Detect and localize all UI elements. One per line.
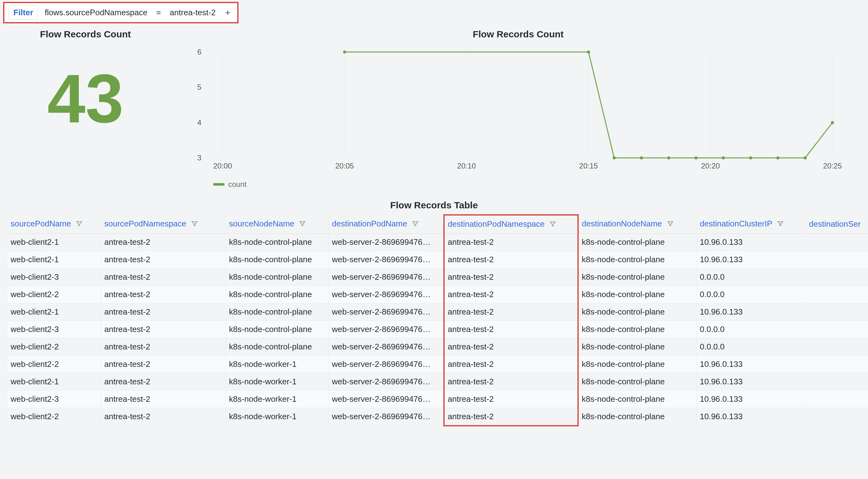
table-cell: 0.0.0.0: [696, 285, 806, 303]
filter-operator[interactable]: =: [154, 8, 163, 18]
column-header-sourcePodNamespace[interactable]: sourcePodNamespace: [101, 215, 226, 233]
svg-text:5: 5: [197, 83, 202, 91]
table-row[interactable]: web-client2-3antrea-test-2k8s-node-contr…: [7, 268, 868, 285]
filter-icon[interactable]: [549, 220, 556, 230]
svg-point-18: [613, 156, 616, 160]
chart-legend[interactable]: count: [176, 180, 861, 189]
filter-button[interactable]: Filter: [9, 6, 38, 20]
table-cell: antrea-test-2: [101, 408, 226, 426]
table-cell: antrea-test-2: [101, 303, 226, 320]
table-cell: [806, 373, 868, 390]
svg-text:20:00: 20:00: [213, 162, 232, 170]
table-cell: k8s-node-control-plane: [226, 251, 329, 268]
table-cell: [806, 355, 868, 373]
filter-bar: Filter flows.sourcePodNamespace = antrea…: [3, 2, 239, 23]
table-cell: antrea-test-2: [444, 303, 578, 320]
svg-point-26: [831, 121, 834, 124]
table-row[interactable]: web-client2-3antrea-test-2k8s-node-worke…: [7, 390, 868, 408]
table-row[interactable]: web-client2-2antrea-test-2k8s-node-worke…: [7, 408, 868, 426]
svg-text:20:25: 20:25: [823, 162, 842, 170]
table-cell: [806, 338, 868, 355]
table-row[interactable]: web-client2-2antrea-test-2k8s-node-contr…: [7, 285, 868, 303]
line-chart[interactable]: 20:0020:0520:1020:1520:2020:253456: [176, 46, 861, 177]
column-header-sourcePodName[interactable]: sourcePodName: [7, 215, 101, 233]
svg-point-23: [749, 156, 752, 160]
column-header-destinationPodNamespace[interactable]: destinationPodNamespace: [444, 215, 578, 233]
table-cell: web-client2-1: [7, 251, 101, 268]
column-name[interactable]: sourcePodName: [10, 219, 71, 228]
table-cell: k8s-node-worker-1: [226, 355, 329, 373]
column-name[interactable]: destinationPodName: [332, 219, 407, 228]
filter-field[interactable]: flows.sourcePodNamespace: [45, 8, 148, 18]
table-row[interactable]: web-client2-2antrea-test-2k8s-node-contr…: [7, 338, 868, 355]
table-cell: web-client2-3: [7, 268, 101, 285]
table-cell: web-client2-2: [7, 338, 101, 355]
legend-swatch-icon: [213, 183, 224, 185]
count-panel: Flow Records Count 43: [7, 29, 163, 189]
table-cell: web-client2-1: [7, 373, 101, 390]
table-row[interactable]: web-client2-1antrea-test-2k8s-node-contr…: [7, 233, 868, 251]
table-cell: antrea-test-2: [101, 373, 226, 390]
column-name[interactable]: destinationClusterIP: [700, 219, 772, 228]
table-cell: antrea-test-2: [444, 320, 578, 338]
table-cell: [806, 320, 868, 338]
table-cell: [806, 390, 868, 408]
table-cell: antrea-test-2: [101, 233, 226, 251]
table-cell: antrea-test-2: [444, 233, 578, 251]
table-cell: antrea-test-2: [444, 338, 578, 355]
filter-icon[interactable]: [412, 219, 419, 229]
table-row[interactable]: web-client2-1antrea-test-2k8s-node-contr…: [7, 303, 868, 320]
legend-label: count: [228, 180, 247, 189]
column-name[interactable]: destinationNodeName: [582, 219, 662, 228]
table-cell: k8s-node-control-plane: [226, 285, 329, 303]
table-row[interactable]: web-client2-1antrea-test-2k8s-node-worke…: [7, 373, 868, 390]
svg-point-20: [667, 156, 670, 160]
table-cell: web-server-2-869699476…: [329, 355, 444, 373]
table-cell: 10.96.0.133: [696, 251, 806, 268]
column-name[interactable]: sourcePodNamespace: [104, 219, 186, 228]
column-name[interactable]: destinationSer: [809, 219, 861, 229]
table-cell: [806, 303, 868, 320]
column-name[interactable]: destinationPodNamespace: [448, 219, 545, 229]
column-header-destinationNodeName[interactable]: destinationNodeName: [578, 215, 696, 233]
svg-point-16: [343, 50, 346, 54]
table-row[interactable]: web-client2-2antrea-test-2k8s-node-worke…: [7, 355, 868, 373]
filter-icon[interactable]: [299, 219, 306, 229]
table-cell: k8s-node-control-plane: [226, 268, 329, 285]
column-name[interactable]: sourceNodeName: [229, 219, 294, 228]
table-cell: web-server-2-869699476…: [329, 268, 444, 285]
column-header-destinationClusterIP[interactable]: destinationClusterIP: [696, 215, 806, 233]
svg-point-21: [694, 156, 698, 160]
column-header-destinationPodName[interactable]: destinationPodName: [329, 215, 444, 233]
filter-icon[interactable]: [191, 219, 198, 229]
table-cell: antrea-test-2: [101, 285, 226, 303]
table-cell: web-client2-3: [7, 390, 101, 408]
table-cell: [806, 285, 868, 303]
table-cell: web-server-2-869699476…: [329, 303, 444, 320]
table-cell: [806, 268, 868, 285]
table-row[interactable]: web-client2-1antrea-test-2k8s-node-contr…: [7, 251, 868, 268]
table-row[interactable]: web-client2-3antrea-test-2k8s-node-contr…: [7, 320, 868, 338]
table-cell: web-server-2-869699476…: [329, 408, 444, 426]
table-cell: antrea-test-2: [101, 320, 226, 338]
table-cell: web-client2-2: [7, 408, 101, 426]
filter-value[interactable]: antrea-test-2: [169, 8, 215, 18]
table-cell: k8s-node-control-plane: [226, 320, 329, 338]
table-cell: web-client2-2: [7, 355, 101, 373]
count-panel-title: Flow Records Count: [7, 29, 163, 40]
table-cell: 0.0.0.0: [696, 268, 806, 285]
filter-icon[interactable]: [667, 219, 674, 229]
filter-icon[interactable]: [777, 219, 784, 229]
table-cell: 10.96.0.133: [696, 390, 806, 408]
table-cell: web-client2-1: [7, 233, 101, 251]
column-header-sourceNodeName[interactable]: sourceNodeName: [226, 215, 329, 233]
add-filter-button[interactable]: +: [223, 7, 233, 18]
column-header-destinationSer[interactable]: destinationSer: [806, 215, 868, 233]
filter-icon[interactable]: [76, 219, 83, 229]
table-cell: k8s-node-worker-1: [226, 390, 329, 408]
table-cell: antrea-test-2: [101, 338, 226, 355]
table-cell: web-server-2-869699476…: [329, 251, 444, 268]
table-cell: k8s-node-control-plane: [578, 390, 696, 408]
table-cell: 10.96.0.133: [696, 303, 806, 320]
table-cell: 0.0.0.0: [696, 320, 806, 338]
